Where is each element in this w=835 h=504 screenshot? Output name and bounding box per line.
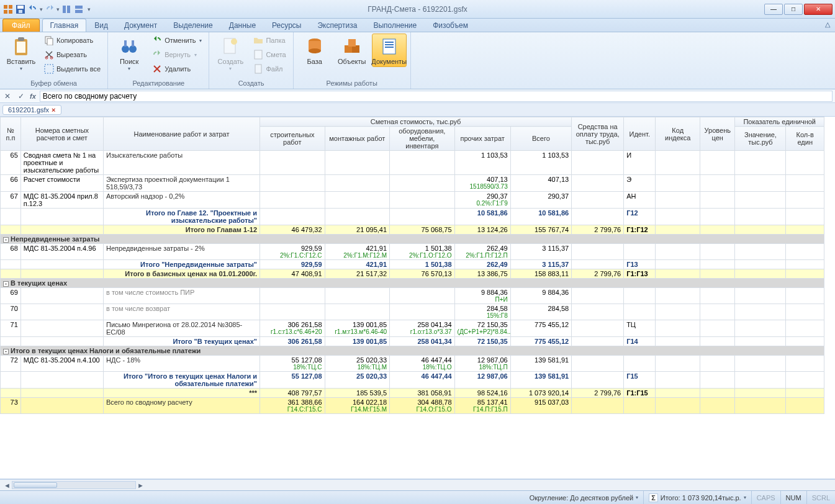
collapse-icon[interactable]: - xyxy=(3,349,9,354)
th-c[interactable]: строительных работ xyxy=(260,127,325,151)
th-kv[interactable]: Кол-в един xyxy=(786,127,824,151)
base-button[interactable]: База xyxy=(297,34,332,67)
table-row[interactable]: 66Расчет стоимостиЭкспертиза проектной д… xyxy=(1,175,824,192)
table-row[interactable]: 69в том числе стоимость ПИР9 884,36П+И9 … xyxy=(1,288,824,304)
grid-area[interactable]: № п.п Номера сметных расчетов и смет Наи… xyxy=(0,117,835,479)
title-bar: ▾ ▾ ▾ ГРАНД-Смета - 6192201.gsfx — □ ✕ xyxy=(0,0,835,19)
cut-button[interactable]: Вырезать xyxy=(41,48,104,61)
tab-selection[interactable]: Выделение xyxy=(165,19,221,32)
th-o[interactable]: оборудования, мебели, инвентаря xyxy=(390,127,455,151)
table-row[interactable]: 67МДС 81-35.2004 прил.8 п.12.3Авторский … xyxy=(1,192,824,209)
tab-view[interactable]: Вид xyxy=(86,19,116,32)
file-button[interactable]: Файл xyxy=(250,62,289,76)
document-tab-close-icon[interactable]: × xyxy=(52,106,55,114)
tab-main[interactable]: Главная xyxy=(42,19,87,32)
scroll-right-icon[interactable]: ► xyxy=(136,482,145,489)
collapse-icon[interactable]: - xyxy=(3,281,9,287)
th-ur[interactable]: Уровень цен xyxy=(700,117,735,151)
scroll-track[interactable] xyxy=(12,481,136,489)
formula-fx-icon[interactable]: fx xyxy=(30,92,36,100)
table-row[interactable]: 70в том числе возврат284,5815%:Г8284,58 xyxy=(1,304,824,320)
minimize-button[interactable]: — xyxy=(764,4,783,15)
th-np[interactable]: № п.п xyxy=(1,117,21,151)
table-row[interactable]: -Итого в текущих ценах Налоги и обязател… xyxy=(1,346,824,356)
qat-redo-icon[interactable] xyxy=(44,4,55,15)
tab-data[interactable]: Данные xyxy=(221,19,264,32)
tab-volume[interactable]: Физобъем xyxy=(425,19,476,32)
documents-button[interactable]: Документы xyxy=(372,34,407,67)
formula-input[interactable] xyxy=(40,91,833,102)
svg-rect-8 xyxy=(67,6,70,13)
scroll-thumb[interactable] xyxy=(14,482,57,488)
estimate-table: № п.п Номера сметных расчетов и смет Наи… xyxy=(0,117,824,414)
qat-grid-icon[interactable] xyxy=(2,4,14,15)
table-body: 65Сводная смета № 1 на проектные и изыск… xyxy=(1,151,824,414)
table-row[interactable]: ***408 797,57185 539,5381 058,9198 524,1… xyxy=(1,389,824,398)
redo-button[interactable]: Вернуть▾ xyxy=(149,48,205,61)
folder-button[interactable]: Папка xyxy=(250,34,289,47)
tab-resources[interactable]: Ресурсы xyxy=(264,19,309,32)
clipboard-icon xyxy=(11,37,31,56)
table-row[interactable]: 71Письмо Минрегиона от 28.02.2014 №3085-… xyxy=(1,320,824,337)
th-ki[interactable]: Код индекса xyxy=(656,117,700,151)
table-row[interactable]: Итого "Непредвиденные затраты"929,59421,… xyxy=(1,260,824,269)
h-scrollbar[interactable]: ◄ ► xyxy=(0,479,835,490)
create-button[interactable]: Создать ▾ xyxy=(213,34,248,74)
formula-accept-icon[interactable]: ✓ xyxy=(16,92,26,101)
tab-document[interactable]: Документ xyxy=(116,19,165,32)
table-row[interactable]: 73Всего по сводному расчету361 388,66Г14… xyxy=(1,398,824,414)
paste-button[interactable]: Вставить ▾ xyxy=(4,34,38,74)
objects-button[interactable]: Объекты xyxy=(335,34,369,67)
svg-rect-36 xyxy=(385,47,394,48)
table-row[interactable]: Итого по Главе 12. "Проектные и изыскате… xyxy=(1,209,824,225)
svg-rect-22 xyxy=(132,40,134,47)
th-all[interactable]: Всего xyxy=(510,127,571,151)
table-row[interactable]: -Непредвиденные затраты xyxy=(1,235,824,244)
tab-expertise[interactable]: Экспертиза xyxy=(309,19,365,32)
status-scrl: SCRL xyxy=(807,491,835,504)
qat-undo-icon[interactable] xyxy=(27,4,38,15)
undo-button[interactable]: Отменить▾ xyxy=(149,34,205,47)
close-button[interactable]: ✕ xyxy=(804,4,833,15)
table-row[interactable]: Итого в базисных ценах на 01.01.2000г.47… xyxy=(1,269,824,279)
copy-button[interactable]: Копировать xyxy=(41,34,104,47)
delete-button[interactable]: Удалить xyxy=(149,62,205,76)
smeta-button[interactable]: Смета xyxy=(250,48,289,61)
th-cost[interactable]: Сметная стоимость, тыс.руб xyxy=(260,117,572,127)
search-button[interactable]: Поиск ▾ xyxy=(112,34,147,74)
table-row[interactable]: Итого "Итого в текущих ценах Налоги и об… xyxy=(1,372,824,389)
svg-rect-12 xyxy=(17,42,25,53)
th-pe[interactable]: Показатель единичной xyxy=(735,117,824,127)
svg-rect-1 xyxy=(9,5,12,9)
document-tab[interactable]: 6192201.gsfx × xyxy=(2,105,61,115)
collapse-icon[interactable]: - xyxy=(3,237,9,243)
binoculars-icon xyxy=(119,37,139,56)
th-sr[interactable]: Средства на оплату труда, тыс.руб xyxy=(572,117,624,151)
th-name[interactable]: Наименование работ и затрат xyxy=(103,117,260,151)
qat-tool1-icon[interactable] xyxy=(61,4,72,15)
scroll-left-icon[interactable]: ◄ xyxy=(2,482,12,489)
table-row[interactable]: 68МДС 81-35.2004 п.4.96Непредвиденные за… xyxy=(1,244,824,260)
svg-rect-13 xyxy=(18,37,24,41)
file-tab[interactable]: Файл xyxy=(2,19,40,32)
svg-rect-0 xyxy=(4,5,7,9)
formula-cancel-icon[interactable]: ✕ xyxy=(2,92,12,101)
qat-tool2-icon[interactable] xyxy=(73,4,84,15)
tab-execution[interactable]: Выполнение xyxy=(365,19,425,32)
table-row[interactable]: Итого по Главам 1-1246 479,3221 095,4175… xyxy=(1,225,824,235)
table-row[interactable]: 65Сводная смета № 1 на проектные и изыск… xyxy=(1,151,824,175)
qat-save-icon[interactable] xyxy=(15,4,26,15)
maximize-button[interactable]: □ xyxy=(784,4,803,15)
ribbon-help-icon[interactable]: △ xyxy=(825,20,830,29)
th-nums[interactable]: Номера сметных расчетов и смет xyxy=(20,117,103,151)
th-p[interactable]: прочих затрат xyxy=(454,127,510,151)
table-row[interactable]: Итого "В текущих ценах"306 261,58139 001… xyxy=(1,337,824,346)
th-id[interactable]: Идент. xyxy=(624,117,656,151)
status-rounding[interactable]: Округление: До десятков рублей ▾ xyxy=(525,491,644,504)
th-zn[interactable]: Значение, тыс.руб xyxy=(735,127,786,151)
group-editing-label: Редактирование xyxy=(112,79,205,88)
th-m[interactable]: монтажных работ xyxy=(325,127,390,151)
table-row[interactable]: 72МДС 81-35.2004 п.4.100НДС - 18%55 127,… xyxy=(1,356,824,372)
select-all-button[interactable]: Выделить все xyxy=(41,62,104,76)
table-row[interactable]: -В текущих ценах xyxy=(1,279,824,288)
